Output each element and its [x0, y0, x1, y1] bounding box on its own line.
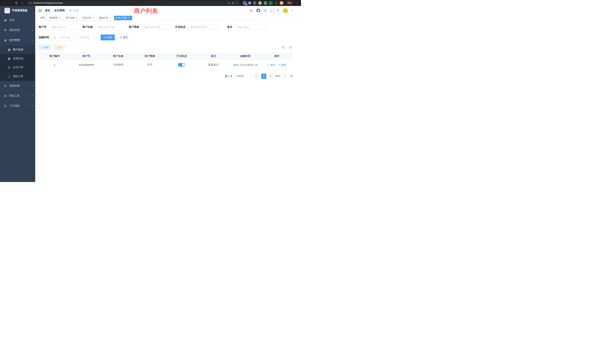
page-size-select[interactable]: 10条/页 ▾ [235, 74, 252, 79]
pagination: 共 1 条 10条/页 ▾ ‹ 1 › 前往 页 [39, 74, 293, 79]
sidebar-item-refund-order[interactable]: ▢ 退款订单 [0, 72, 35, 81]
sidebar-item-app-info[interactable]: ▦ 应用信息 [0, 54, 35, 63]
add-button[interactable]: 新增 [39, 45, 51, 50]
column-header: 商户全称 [102, 53, 134, 60]
sidebar-item-label: 商户信息 [13, 48, 23, 51]
font-size-icon[interactable]: T [277, 9, 279, 12]
tab-refund-order[interactable]: 退款订单× [97, 16, 113, 20]
close-icon[interactable]: × [59, 17, 62, 19]
breadcrumb: 首页 / 支付管理 / 商户信息 [45, 9, 79, 12]
date-range-picker[interactable]: 开始日期 - 结束日期 [51, 34, 94, 40]
full-name-input[interactable] [95, 24, 125, 30]
close-icon[interactable]: × [76, 17, 78, 19]
close-icon[interactable]: × [109, 17, 112, 19]
tab-label: 退款订单 [99, 16, 108, 20]
profile-avatar-icon[interactable] [280, 1, 283, 5]
bookmark-star-icon[interactable]: ☆ [236, 1, 238, 4]
url-text[interactable]: localhost:1024/pay/merchant [33, 2, 226, 4]
app-header: 首页 / 支付管理 / 商户信息 商户列表 ? T ▾ [35, 6, 301, 15]
search-icon[interactable] [250, 9, 253, 12]
field-label: 开启状态 [175, 25, 185, 29]
sidebar-item-workflow[interactable]: ⊟ 工作流程 ▾ [0, 101, 35, 111]
chevron-right-icon: › [270, 75, 271, 78]
remark-input[interactable] [235, 24, 266, 30]
extension-icon[interactable] [274, 1, 278, 5]
page-1-button[interactable]: 1 [261, 74, 266, 79]
sidebar-item-system[interactable]: ⚙ 系统管理 ▾ [0, 25, 35, 35]
cell-create-time: 2021-10-23 08:31:14 [229, 60, 261, 70]
breadcrumb-home[interactable]: 首页 [45, 9, 50, 12]
user-avatar[interactable] [283, 8, 288, 13]
back-button[interactable]: ← [2, 0, 7, 5]
sidebar-item-dev-tools[interactable]: ⊞ 研发工具 ▾ [0, 91, 35, 101]
help-icon[interactable]: ? [264, 9, 267, 12]
sidebar-item-merchant-info[interactable]: ▤ 商户信息 [0, 45, 35, 54]
short-name-input[interactable] [141, 24, 171, 30]
filter-create-time: 创建时间 开始日期 - 结束日期 [39, 34, 94, 40]
extension-icon[interactable] [264, 1, 267, 5]
reload-button[interactable] [14, 0, 19, 5]
forward-button[interactable]: → [8, 0, 13, 5]
fullscreen-icon[interactable] [271, 9, 274, 12]
toolbox-icon: ⊞ [4, 94, 7, 97]
extension-icon[interactable] [258, 1, 262, 5]
merchant-no-input[interactable] [49, 24, 78, 30]
toggle-search-button[interactable] [281, 45, 286, 50]
screenshot-annotation: 商户列表 [134, 7, 158, 15]
status-toggle[interactable] [178, 63, 185, 67]
tab-merchant-info[interactable]: 商户信息× [114, 16, 132, 20]
sidebar-item-pay-order[interactable]: ◎ 支付订单 [0, 63, 35, 72]
share-icon[interactable] [232, 2, 234, 4]
chevron-down-icon[interactable]: ▾ [292, 10, 293, 11]
sidebar-item-home[interactable]: ◉ 首页 [0, 15, 35, 25]
browser-menu-icon[interactable]: ⋮ [296, 1, 299, 5]
column-header: 开启状态 [166, 53, 198, 60]
extension-icon[interactable] [269, 1, 273, 5]
extension-icon[interactable]: 10 [243, 1, 247, 5]
tab-process-form[interactable]: 流程表单× [47, 16, 63, 20]
github-icon[interactable] [257, 9, 260, 12]
sidebar-item-label: 工作流程 [9, 104, 20, 107]
filter-remark: 备注 [227, 24, 266, 30]
page-unit-label: 页 [290, 75, 293, 78]
prev-page-button[interactable]: ‹ [254, 74, 259, 79]
extension-icon[interactable] [248, 1, 251, 4]
sidebar-item-payment[interactable]: ¥ 支付管理 ▴ [0, 35, 35, 45]
table-toolbar: 新增 导出 [39, 45, 293, 50]
sidebar-item-infrastructure[interactable]: ⊡ 基础设施 ▾ [0, 81, 35, 91]
select-placeholder: 请选择开启状态 [190, 25, 215, 29]
monitor-icon: ⊡ [4, 84, 7, 87]
tab-user-group[interactable]: 用户分组× [64, 16, 80, 20]
close-icon[interactable]: × [128, 17, 130, 19]
search-button[interactable]: 搜索 [101, 34, 115, 40]
sidebar-item-label: 系统管理 [9, 29, 20, 32]
close-icon[interactable]: × [92, 17, 95, 19]
site-info-icon[interactable] [29, 2, 32, 4]
sidebar-fold-icon[interactable] [38, 9, 42, 13]
reset-button[interactable]: 重置 [117, 34, 131, 40]
gear-icon: ⚙ [4, 29, 7, 32]
field-label: 备注 [227, 25, 232, 29]
breadcrumb-pay[interactable]: 支付管理 [54, 9, 65, 12]
status-select[interactable]: 请选择开启状态 ▾ [188, 24, 218, 30]
edit-link[interactable]: 修改 [268, 63, 275, 66]
total-prefix: 共 [225, 75, 227, 78]
extension-icon[interactable] [253, 1, 257, 5]
goto-page-input[interactable] [281, 74, 289, 79]
filter-short-name: 商户简称 [129, 24, 171, 30]
next-page-button[interactable]: › [268, 74, 273, 79]
tab-pay-order[interactable]: 支付订单× [81, 16, 97, 20]
app-logo[interactable]: 芋道管理系统 [0, 6, 35, 15]
header-actions: ? T ▾ [250, 8, 293, 13]
refresh-button[interactable] [288, 45, 293, 50]
tab-label: 商户信息 [118, 16, 127, 20]
address-bar[interactable]: localhost:1024/pay/merchant ☆ [27, 0, 241, 5]
delete-link[interactable]: 删除 [279, 63, 286, 66]
home-button[interactable]: ⌂ [20, 0, 25, 5]
export-button[interactable]: 导出 [53, 45, 65, 50]
app-window: 芋道管理系统 ◉ 首页 ⚙ 系统管理 ▾ ¥ 支付管理 ▴ ▤ 商户信息 ▦ 应… [0, 6, 301, 182]
browser-update-button[interactable]: 更新 [285, 1, 294, 5]
tab-home[interactable]: 首页 [39, 16, 46, 20]
password-key-icon[interactable] [228, 2, 230, 4]
date-separator: - [74, 36, 75, 39]
